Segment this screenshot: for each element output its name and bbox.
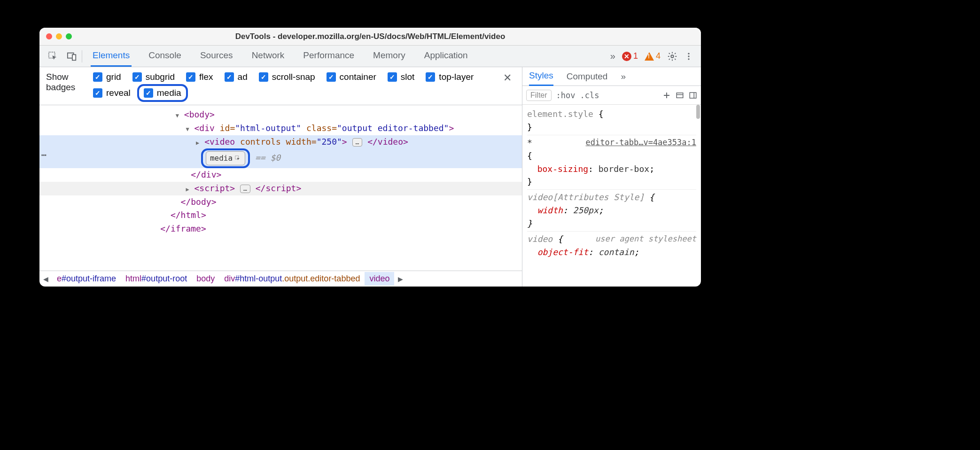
check-icon: ✓: [388, 72, 397, 82]
badge-checkbox-subgrid[interactable]: ✓subgrid: [132, 72, 175, 82]
dom-node-body-open[interactable]: ▼ <body>: [39, 108, 522, 122]
badges-label: Showbadges: [46, 72, 93, 93]
style-rule-universal[interactable]: * editor-tabb…v=4ae353a:1 { box-sizing: …: [527, 135, 696, 190]
badge-settings-bar: Showbadges ✓grid ✓subgrid ✓flex ✓ad ✓scr…: [39, 67, 522, 105]
svg-rect-2: [72, 54, 76, 60]
check-icon: ✓: [259, 72, 268, 82]
svg-rect-9: [690, 93, 696, 98]
breadcrumb: ◀ e#output-iframe html#output-root body …: [39, 271, 522, 287]
badge-checkbox-flex[interactable]: ✓flex: [186, 72, 213, 82]
check-icon: ✓: [93, 88, 102, 98]
svg-point-5: [688, 55, 689, 57]
error-indicator[interactable]: ✕ 1: [622, 51, 638, 61]
kebab-menu-icon[interactable]: [684, 52, 693, 61]
settings-icon[interactable]: [667, 51, 677, 62]
close-badges-icon[interactable]: ✕: [499, 72, 515, 84]
svg-rect-8: [677, 93, 683, 98]
tab-sources[interactable]: Sources: [198, 46, 235, 67]
badges-list: ✓grid ✓subgrid ✓flex ✓ad ✓scroll-snap ✓c…: [93, 72, 499, 100]
svg-point-6: [688, 58, 689, 60]
tab-styles[interactable]: Styles: [529, 67, 553, 86]
minimize-window-button[interactable]: [56, 33, 62, 39]
breadcrumb-item-selected[interactable]: video: [365, 272, 394, 286]
toggle-hover-button[interactable]: :hov: [556, 91, 576, 100]
toggle-sidebar-icon[interactable]: [689, 91, 697, 100]
close-window-button[interactable]: [46, 33, 52, 39]
styles-toolbar: Filter :hov .cls: [522, 86, 701, 105]
tab-console[interactable]: Console: [147, 46, 183, 67]
badge-checkbox-media[interactable]: ✓media: [144, 88, 181, 98]
dom-node-iframe-close[interactable]: </iframe>: [39, 222, 522, 236]
styles-filter-input[interactable]: Filter: [526, 90, 552, 101]
dom-node-div-close[interactable]: </div>: [39, 168, 522, 182]
tab-network[interactable]: Network: [250, 46, 287, 67]
check-icon: ✓: [426, 72, 435, 82]
expand-dots-icon[interactable]: …: [240, 185, 250, 193]
dom-node-video-badge-line: media == $0: [39, 148, 522, 168]
style-rule-element[interactable]: element.style { }: [527, 107, 696, 135]
styles-panel: Styles Computed » Filter :hov .cls eleme…: [522, 67, 701, 287]
media-badge-button[interactable]: media: [206, 151, 245, 165]
badge-checkbox-reveal[interactable]: ✓reveal: [93, 86, 131, 100]
error-count: 1: [633, 51, 638, 61]
badge-checkbox-grid[interactable]: ✓grid: [93, 72, 121, 82]
more-tabs-icon[interactable]: »: [610, 51, 615, 62]
dom-tree[interactable]: ⋯ ▼ <body> ▼ <div id="html-output" class…: [39, 105, 522, 271]
styles-rules[interactable]: element.style { } * editor-tabb…v=4ae353…: [522, 105, 701, 287]
badge-checkbox-top-layer[interactable]: ✓top-layer: [426, 72, 474, 82]
breadcrumb-scroll-right[interactable]: ▶: [394, 275, 407, 283]
main-toolbar: Elements Console Sources Network Perform…: [39, 46, 701, 67]
dom-node-script[interactable]: ▶ <script> … </script>: [39, 182, 522, 195]
new-style-rule-icon[interactable]: [662, 91, 671, 100]
check-icon: ✓: [186, 72, 195, 82]
device-toolbar-icon[interactable]: [67, 51, 77, 62]
inspect-icon[interactable]: [48, 51, 58, 62]
styles-tabs: Styles Computed »: [522, 67, 701, 86]
tab-application[interactable]: Application: [422, 46, 470, 67]
style-rule-attributes[interactable]: video[Attributes Style] { width: 250px; …: [527, 190, 696, 232]
tab-memory[interactable]: Memory: [371, 46, 407, 67]
dom-node-div-open[interactable]: ▼ <div id="html-output" class="output ed…: [39, 122, 522, 135]
panel-tabs: Elements Console Sources Network Perform…: [91, 46, 610, 67]
error-icon: ✕: [622, 52, 631, 61]
stylesheet-link[interactable]: editor-tabb…v=4ae353a:1: [586, 136, 696, 148]
zoom-window-button[interactable]: [66, 33, 72, 39]
window-controls: [46, 33, 72, 39]
elements-panel: Showbadges ✓grid ✓subgrid ✓flex ✓ad ✓scr…: [39, 67, 522, 287]
tab-performance[interactable]: Performance: [301, 46, 356, 67]
badge-checkbox-ad[interactable]: ✓ad: [225, 72, 248, 82]
dom-node-body-close[interactable]: </body>: [39, 195, 522, 209]
breadcrumb-item[interactable]: body: [192, 272, 219, 286]
svg-point-3: [671, 55, 674, 58]
dom-node-html-close[interactable]: </html>: [39, 209, 522, 222]
breadcrumb-item[interactable]: e#output-iframe: [52, 272, 121, 286]
check-icon: ✓: [93, 72, 102, 82]
badge-checkbox-scroll-snap[interactable]: ✓scroll-snap: [259, 72, 315, 82]
breadcrumb-item[interactable]: html#output-root: [121, 272, 192, 286]
tab-elements[interactable]: Elements: [91, 46, 132, 67]
breadcrumb-item[interactable]: div#html-output.output.editor-tabbed: [219, 272, 365, 286]
badge-checkbox-slot[interactable]: ✓slot: [388, 72, 415, 82]
computed-styles-icon[interactable]: [676, 91, 684, 100]
check-icon: ✓: [327, 72, 336, 82]
dom-node-video[interactable]: ▶ <video controls width="250"> … </video…: [39, 135, 522, 149]
toggle-class-button[interactable]: .cls: [580, 91, 599, 100]
highlighted-badge: ✓media: [137, 84, 188, 102]
scrollbar-thumb[interactable]: [696, 105, 700, 119]
window-title: DevTools - developer.mozilla.org/en-US/d…: [39, 32, 701, 41]
warning-indicator[interactable]: 4: [645, 51, 661, 61]
warning-icon: [645, 52, 654, 61]
expand-dots-icon[interactable]: …: [352, 138, 363, 147]
breadcrumb-scroll-left[interactable]: ◀: [39, 275, 52, 283]
warning-count: 4: [656, 51, 661, 61]
check-icon: ✓: [144, 88, 153, 98]
style-rule-ua[interactable]: videouser agent stylesheet { object-fit:…: [527, 232, 696, 260]
check-icon: ✓: [132, 72, 142, 82]
more-styles-tabs-icon[interactable]: »: [621, 68, 626, 85]
stylesheet-origin: user agent stylesheet: [595, 233, 696, 245]
collapsed-indicator: ⋯: [41, 148, 47, 162]
check-icon: ✓: [225, 72, 234, 82]
inspect-icon: [234, 155, 241, 162]
badge-checkbox-container[interactable]: ✓container: [327, 72, 376, 82]
tab-computed[interactable]: Computed: [567, 68, 608, 85]
